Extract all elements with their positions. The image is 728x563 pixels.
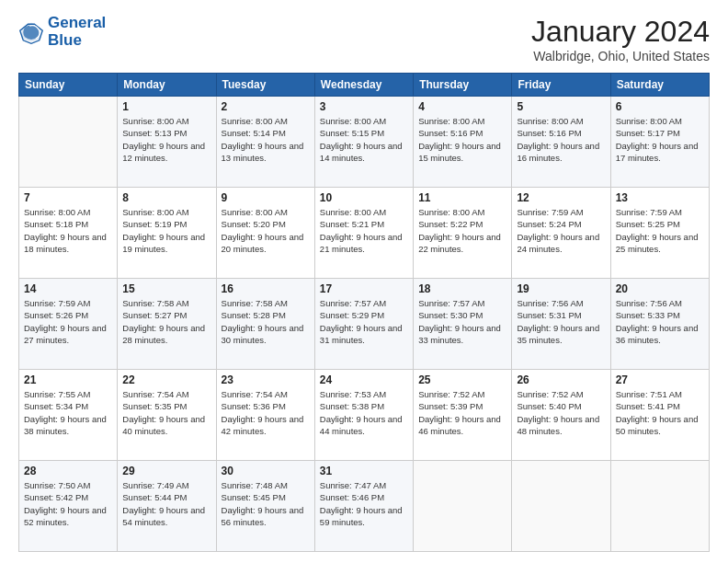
calendar-cell: 3Sunrise: 8:00 AMSunset: 5:15 PMDaylight… [314, 97, 413, 188]
day-info: Sunrise: 8:00 AMSunset: 5:21 PMDaylight:… [320, 206, 408, 255]
calendar-cell: 26Sunrise: 7:52 AMSunset: 5:40 PMDayligh… [512, 370, 610, 461]
calendar-cell: 2Sunrise: 8:00 AMSunset: 5:14 PMDaylight… [216, 97, 314, 188]
calendar-cell [512, 461, 610, 552]
calendar-week-5: 28Sunrise: 7:50 AMSunset: 5:42 PMDayligh… [19, 461, 710, 552]
day-info: Sunrise: 7:58 AMSunset: 5:28 PMDaylight:… [222, 297, 310, 346]
day-number: 23 [222, 373, 310, 386]
day-info: Sunrise: 7:47 AMSunset: 5:46 PMDaylight:… [320, 479, 408, 528]
day-number: 26 [517, 373, 605, 386]
calendar-cell: 30Sunrise: 7:48 AMSunset: 5:45 PMDayligh… [216, 461, 314, 552]
day-info: Sunrise: 7:50 AMSunset: 5:42 PMDaylight:… [24, 479, 112, 528]
day-info: Sunrise: 8:00 AMSunset: 5:22 PMDaylight:… [418, 206, 506, 255]
calendar-cell: 28Sunrise: 7:50 AMSunset: 5:42 PMDayligh… [19, 461, 118, 552]
day-number: 5 [517, 100, 605, 113]
day-number: 21 [24, 373, 112, 386]
calendar-cell: 31Sunrise: 7:47 AMSunset: 5:46 PMDayligh… [314, 461, 413, 552]
day-number: 25 [418, 373, 506, 386]
calendar-cell [19, 97, 118, 188]
calendar-cell: 11Sunrise: 8:00 AMSunset: 5:22 PMDayligh… [414, 188, 512, 279]
location: Walbridge, Ohio, United States [531, 49, 710, 63]
day-info: Sunrise: 7:54 AMSunset: 5:36 PMDaylight:… [222, 388, 310, 437]
day-info: Sunrise: 7:59 AMSunset: 5:26 PMDaylight:… [24, 297, 112, 346]
logo: General Blue [18, 15, 106, 49]
calendar-week-3: 14Sunrise: 7:59 AMSunset: 5:26 PMDayligh… [19, 279, 710, 370]
day-info: Sunrise: 7:58 AMSunset: 5:27 PMDaylight:… [122, 297, 210, 346]
day-info: Sunrise: 7:59 AMSunset: 5:24 PMDaylight:… [517, 206, 605, 255]
calendar-cell: 7Sunrise: 8:00 AMSunset: 5:18 PMDaylight… [19, 188, 118, 279]
day-number: 14 [24, 282, 112, 295]
day-number: 24 [320, 373, 408, 386]
day-number: 28 [24, 465, 112, 477]
logo-icon [18, 19, 44, 45]
day-number: 9 [222, 191, 310, 204]
calendar-header-row: SundayMondayTuesdayWednesdayThursdayFrid… [19, 74, 710, 97]
calendar-page: General Blue January 2024 Walbridge, Ohi… [0, 0, 728, 563]
day-number: 15 [122, 282, 210, 295]
calendar-cell: 12Sunrise: 7:59 AMSunset: 5:24 PMDayligh… [512, 188, 610, 279]
calendar-cell: 14Sunrise: 7:59 AMSunset: 5:26 PMDayligh… [19, 279, 118, 370]
day-number: 20 [616, 282, 704, 295]
day-info: Sunrise: 7:56 AMSunset: 5:33 PMDaylight:… [616, 297, 704, 346]
calendar-table: SundayMondayTuesdayWednesdayThursdayFrid… [18, 73, 710, 552]
day-number: 12 [517, 191, 605, 204]
calendar-cell: 13Sunrise: 7:59 AMSunset: 5:25 PMDayligh… [610, 188, 709, 279]
calendar-cell: 1Sunrise: 8:00 AMSunset: 5:13 PMDaylight… [118, 97, 216, 188]
calendar-cell: 22Sunrise: 7:54 AMSunset: 5:35 PMDayligh… [118, 370, 216, 461]
day-info: Sunrise: 8:00 AMSunset: 5:17 PMDaylight:… [616, 115, 704, 164]
day-info: Sunrise: 7:52 AMSunset: 5:39 PMDaylight:… [418, 388, 506, 437]
calendar-cell [610, 461, 709, 552]
calendar-cell: 24Sunrise: 7:53 AMSunset: 5:38 PMDayligh… [314, 370, 413, 461]
day-info: Sunrise: 8:00 AMSunset: 5:16 PMDaylight:… [517, 115, 605, 164]
day-number: 13 [616, 191, 704, 204]
title-block: January 2024 Walbridge, Ohio, United Sta… [531, 15, 710, 63]
col-header-thursday: Thursday [414, 74, 512, 97]
calendar-cell: 8Sunrise: 8:00 AMSunset: 5:19 PMDaylight… [118, 188, 216, 279]
day-number: 29 [122, 465, 210, 477]
logo-line1: General [48, 14, 106, 31]
calendar-cell: 20Sunrise: 7:56 AMSunset: 5:33 PMDayligh… [610, 279, 709, 370]
day-number: 18 [418, 282, 506, 295]
day-number: 2 [222, 100, 310, 113]
calendar-cell: 5Sunrise: 8:00 AMSunset: 5:16 PMDaylight… [512, 97, 610, 188]
day-number: 17 [320, 282, 408, 295]
calendar-cell: 21Sunrise: 7:55 AMSunset: 5:34 PMDayligh… [19, 370, 118, 461]
day-number: 11 [418, 191, 506, 204]
day-number: 22 [122, 373, 210, 386]
calendar-cell: 15Sunrise: 7:58 AMSunset: 5:27 PMDayligh… [118, 279, 216, 370]
day-number: 16 [222, 282, 310, 295]
calendar-week-4: 21Sunrise: 7:55 AMSunset: 5:34 PMDayligh… [19, 370, 710, 461]
calendar-cell: 23Sunrise: 7:54 AMSunset: 5:36 PMDayligh… [216, 370, 314, 461]
calendar-week-1: 1Sunrise: 8:00 AMSunset: 5:13 PMDaylight… [19, 97, 710, 188]
col-header-monday: Monday [118, 74, 216, 97]
page-header: General Blue January 2024 Walbridge, Ohi… [18, 15, 710, 63]
day-info: Sunrise: 7:52 AMSunset: 5:40 PMDaylight:… [517, 388, 605, 437]
calendar-cell: 6Sunrise: 8:00 AMSunset: 5:17 PMDaylight… [610, 97, 709, 188]
calendar-cell: 10Sunrise: 8:00 AMSunset: 5:21 PMDayligh… [314, 188, 413, 279]
col-header-sunday: Sunday [19, 74, 118, 97]
calendar-cell: 4Sunrise: 8:00 AMSunset: 5:16 PMDaylight… [414, 97, 512, 188]
day-number: 7 [24, 191, 112, 204]
col-header-friday: Friday [512, 74, 610, 97]
calendar-cell: 27Sunrise: 7:51 AMSunset: 5:41 PMDayligh… [610, 370, 709, 461]
day-info: Sunrise: 8:00 AMSunset: 5:14 PMDaylight:… [222, 115, 310, 164]
calendar-cell: 16Sunrise: 7:58 AMSunset: 5:28 PMDayligh… [216, 279, 314, 370]
day-info: Sunrise: 7:57 AMSunset: 5:30 PMDaylight:… [418, 297, 506, 346]
logo-line2: Blue [48, 31, 82, 49]
day-number: 3 [320, 100, 408, 113]
calendar-cell: 9Sunrise: 8:00 AMSunset: 5:20 PMDaylight… [216, 188, 314, 279]
day-number: 27 [616, 373, 704, 386]
calendar-cell: 18Sunrise: 7:57 AMSunset: 5:30 PMDayligh… [414, 279, 512, 370]
day-info: Sunrise: 7:56 AMSunset: 5:31 PMDaylight:… [517, 297, 605, 346]
logo-text: General Blue [48, 15, 106, 49]
day-info: Sunrise: 7:48 AMSunset: 5:45 PMDaylight:… [222, 479, 310, 528]
calendar-cell: 19Sunrise: 7:56 AMSunset: 5:31 PMDayligh… [512, 279, 610, 370]
day-info: Sunrise: 8:00 AMSunset: 5:15 PMDaylight:… [320, 115, 408, 164]
day-number: 6 [616, 100, 704, 113]
day-number: 4 [418, 100, 506, 113]
calendar-cell: 17Sunrise: 7:57 AMSunset: 5:29 PMDayligh… [314, 279, 413, 370]
day-info: Sunrise: 8:00 AMSunset: 5:13 PMDaylight:… [122, 115, 210, 164]
col-header-tuesday: Tuesday [216, 74, 314, 97]
day-info: Sunrise: 7:51 AMSunset: 5:41 PMDaylight:… [616, 388, 704, 437]
day-info: Sunrise: 7:55 AMSunset: 5:34 PMDaylight:… [24, 388, 112, 437]
day-info: Sunrise: 8:00 AMSunset: 5:16 PMDaylight:… [418, 115, 506, 164]
